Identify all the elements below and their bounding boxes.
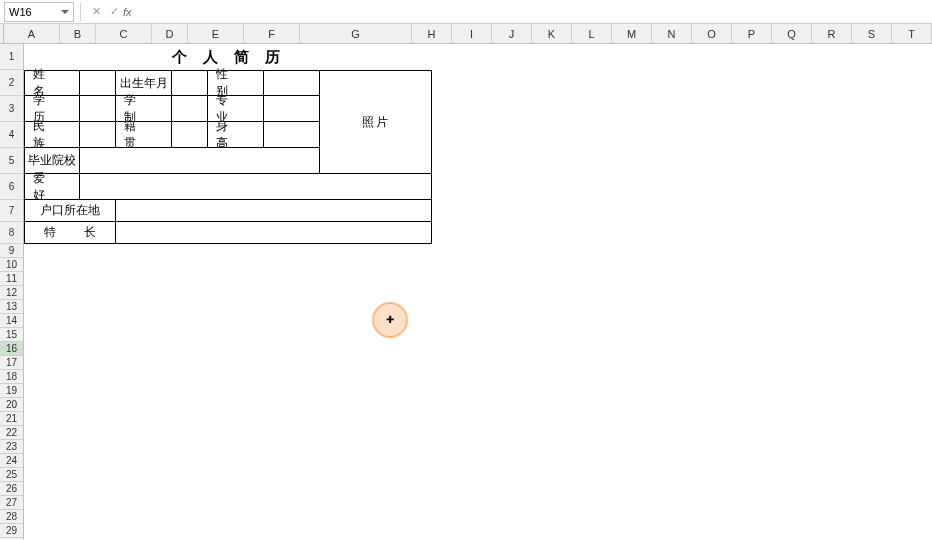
col-header-P[interactable]: P xyxy=(732,24,772,43)
row-header-10[interactable]: 10 xyxy=(0,258,23,272)
col-header-H[interactable]: H xyxy=(412,24,452,43)
row-header-26[interactable]: 26 xyxy=(0,482,23,496)
cancel-button[interactable]: ✕ xyxy=(87,3,105,21)
column-headers: ABCDEFGHIJKLMNOPQRST xyxy=(4,24,932,44)
col-header-O[interactable]: O xyxy=(692,24,732,43)
spreadsheet-grid: ABCDEFGHIJKLMNOPQRST 1234567891011121314… xyxy=(0,24,932,540)
row-header-8[interactable]: 8 xyxy=(0,222,23,244)
row-header-6[interactable]: 6 xyxy=(0,174,23,200)
col-header-L[interactable]: L xyxy=(572,24,612,43)
col-header-N[interactable]: N xyxy=(652,24,692,43)
value-hobby[interactable] xyxy=(79,173,432,200)
label-specialty: 特 长 xyxy=(24,221,116,244)
row-header-24[interactable]: 24 xyxy=(0,454,23,468)
row-header-12[interactable]: 12 xyxy=(0,286,23,300)
row-header-1[interactable]: 1 xyxy=(0,44,23,70)
col-header-I[interactable]: I xyxy=(452,24,492,43)
value-school[interactable] xyxy=(79,147,320,174)
name-box[interactable]: W16 xyxy=(4,2,74,22)
row-header-16[interactable]: 16 xyxy=(0,342,23,356)
value-name[interactable] xyxy=(79,70,116,96)
row-header-29[interactable]: 29 xyxy=(0,524,23,538)
row-headers: 1234567891011121314151617181920212223242… xyxy=(0,44,24,540)
value-edu[interactable] xyxy=(79,95,116,122)
row-header-25[interactable]: 25 xyxy=(0,468,23,482)
row-header-23[interactable]: 23 xyxy=(0,440,23,454)
name-box-dropdown-icon[interactable] xyxy=(61,10,69,14)
value-native[interactable] xyxy=(171,121,208,148)
col-header-F[interactable]: F xyxy=(244,24,300,43)
row-header-17[interactable]: 17 xyxy=(0,356,23,370)
label-hobby: 爱 好 xyxy=(24,173,80,200)
col-header-C[interactable]: C xyxy=(96,24,152,43)
name-box-value: W16 xyxy=(9,6,59,18)
row-header-13[interactable]: 13 xyxy=(0,300,23,314)
label-height: 身 高 xyxy=(207,121,264,148)
col-header-A[interactable]: A xyxy=(4,24,60,43)
fx-icon[interactable]: fx xyxy=(123,6,132,18)
col-header-B[interactable]: B xyxy=(60,24,96,43)
col-header-J[interactable]: J xyxy=(492,24,532,43)
formula-bar: W16 ✕ ✓ fx xyxy=(0,0,932,24)
value-gender[interactable] xyxy=(263,70,320,96)
row-header-22[interactable]: 22 xyxy=(0,426,23,440)
row-header-2[interactable]: 2 xyxy=(0,70,23,96)
row-header-19[interactable]: 19 xyxy=(0,384,23,398)
col-header-D[interactable]: D xyxy=(152,24,188,43)
label-native: 籍 贯 xyxy=(115,121,172,148)
col-header-R[interactable]: R xyxy=(812,24,852,43)
row-header-20[interactable]: 20 xyxy=(0,398,23,412)
col-header-Q[interactable]: Q xyxy=(772,24,812,43)
row-header-5[interactable]: 5 xyxy=(0,148,23,174)
col-header-E[interactable]: E xyxy=(188,24,244,43)
value-ethnic[interactable] xyxy=(79,121,116,148)
row-header-3[interactable]: 3 xyxy=(0,96,23,122)
value-hukou[interactable] xyxy=(115,199,432,222)
row-header-28[interactable]: 28 xyxy=(0,510,23,524)
cells-area[interactable]: 个 人 简 历 姓 名 出生年月 性 别 学 历 学 制 专 业 xyxy=(24,44,932,540)
row-header-27[interactable]: 27 xyxy=(0,496,23,510)
label-hukou: 户口所在地 xyxy=(24,199,116,222)
value-system[interactable] xyxy=(171,95,208,122)
value-birth[interactable] xyxy=(171,70,208,96)
col-header-M[interactable]: M xyxy=(612,24,652,43)
row-header-11[interactable]: 11 xyxy=(0,272,23,286)
row-header-7[interactable]: 7 xyxy=(0,200,23,222)
photo-cell[interactable]: 照片 xyxy=(319,70,432,174)
value-height[interactable] xyxy=(263,121,320,148)
value-specialty[interactable] xyxy=(115,221,432,244)
row-header-14[interactable]: 14 xyxy=(0,314,23,328)
separator xyxy=(80,3,81,21)
row-header-21[interactable]: 21 xyxy=(0,412,23,426)
confirm-button[interactable]: ✓ xyxy=(105,3,123,21)
row-header-9[interactable]: 9 xyxy=(0,244,23,258)
row-header-4[interactable]: 4 xyxy=(0,122,23,148)
col-header-G[interactable]: G xyxy=(300,24,412,43)
formula-input[interactable] xyxy=(136,2,932,22)
col-header-S[interactable]: S xyxy=(852,24,892,43)
row-header-18[interactable]: 18 xyxy=(0,370,23,384)
value-major[interactable] xyxy=(263,95,320,122)
row-header-15[interactable]: 15 xyxy=(0,328,23,342)
col-header-T[interactable]: T xyxy=(892,24,932,43)
col-header-K[interactable]: K xyxy=(532,24,572,43)
label-ethnic: 民 族 xyxy=(24,121,80,148)
